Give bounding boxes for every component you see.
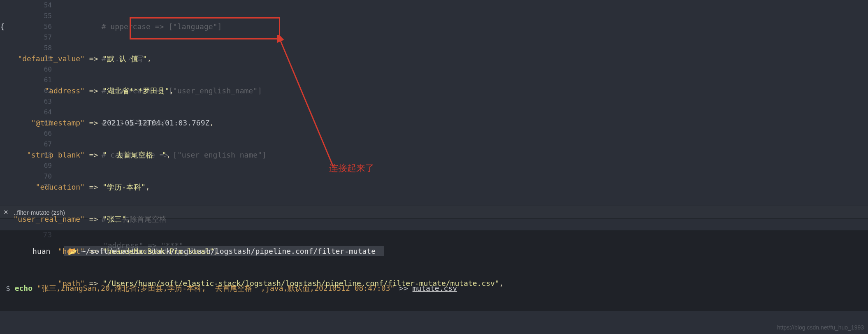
line-number: 73: [29, 230, 52, 240]
code-text: "address" => "***": [54, 241, 183, 250]
output-key: "default_value": [18, 54, 85, 63]
output-value: "默 认 值 ": [102, 54, 147, 63]
editor-area: 54 55 56 57 58 59 60 61 62 63 64 65 66 6…: [0, 0, 868, 206]
output-value: "/Users/huan/soft/elastic-stack/logstash…: [102, 279, 499, 288]
output-key: "path": [58, 279, 85, 288]
ghost-code-line: 73 "address" => "***": [0, 219, 868, 230]
brace-open: {: [0, 22, 5, 31]
output-value: " 去首尾空格 ": [102, 151, 166, 159]
output-value: "学历-本科": [102, 183, 146, 191]
foreground-output-layer: { "default_value" => "默 认 值 ", "address"…: [0, 0, 504, 311]
output-key: "education": [36, 183, 85, 191]
output-key: "address": [44, 86, 85, 95]
output-key: "strip_blank": [27, 151, 85, 159]
output-value: 2021-05-12T04:01:03.769Z: [102, 118, 209, 127]
output-value: "湖北省***罗田县": [102, 86, 169, 95]
output-key: "@timestamp": [31, 118, 85, 127]
annotation-label: 连接起来了: [329, 162, 374, 174]
